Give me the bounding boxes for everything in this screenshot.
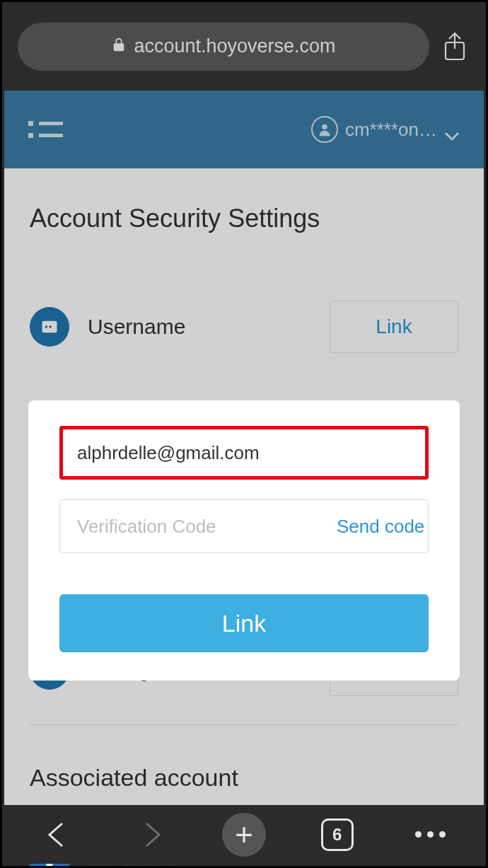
browser-bottom-bar: + 6 [4,805,484,864]
link-email-modal: Send code Link [28,400,460,681]
browser-top-bar: account.hoyoverse.com [2,2,486,91]
viewport: cm****on… Account Security Settings User… [4,91,484,805]
lock-icon [111,35,127,57]
more-icon [415,831,446,838]
tabs-button[interactable]: 6 [315,813,359,857]
send-code-button[interactable]: Send code [337,516,424,538]
link-submit-button[interactable]: Link [59,594,429,652]
tab-count: 6 [332,825,342,845]
more-button[interactable] [408,813,452,857]
code-field: Send code [59,499,429,553]
url-host: account.hoyoverse.com [134,35,335,57]
url-bar[interactable]: account.hoyoverse.com [18,23,429,71]
back-button[interactable] [36,813,80,857]
new-tab-button[interactable]: + [222,813,266,857]
forward-button[interactable] [129,813,173,857]
email-field[interactable] [59,426,429,480]
share-button[interactable] [439,29,470,64]
email-input[interactable] [76,441,412,465]
code-input[interactable] [76,515,308,538]
